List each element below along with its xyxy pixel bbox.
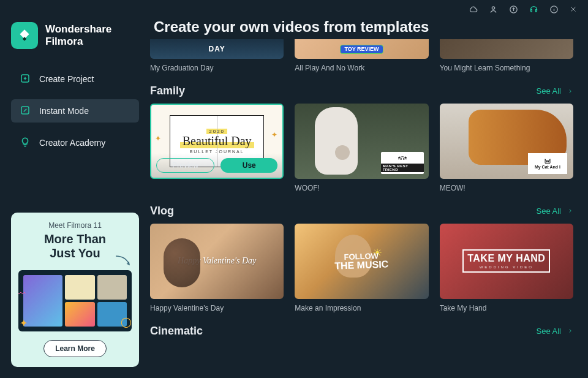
brand-logo — [11, 22, 38, 49]
template-card[interactable]: My Cat And I MEOW! — [440, 104, 573, 192]
info-icon[interactable] — [549, 5, 559, 14]
nav-label: Creator Academy — [39, 138, 105, 148]
svg-point-10 — [548, 161, 549, 162]
bulb-icon — [20, 137, 31, 149]
template-card[interactable]: ✦ ✦ 2020 Beautiful Day BULLET JOURNAL Pr… — [150, 104, 284, 192]
star-doodle-icon: ✦ — [20, 317, 28, 329]
promo-learn-more-button[interactable]: Learn More — [43, 340, 107, 357]
template-card[interactable]: TOY REVIEW All Play And No Work — [295, 39, 428, 72]
template-caption: You Might Learn Something — [440, 64, 573, 72]
template-card[interactable]: You Might Learn Something — [440, 39, 573, 72]
thumb-badge: My Cat And I — [528, 153, 567, 174]
template-caption: My Graduation Day — [150, 64, 284, 72]
svg-marker-4 — [23, 37, 27, 40]
template-caption: Take My Hand — [440, 304, 573, 312]
thumb-overlay: DAY — [209, 45, 225, 53]
template-card[interactable]: MAN'S BEST FRIEND WOOF! — [295, 104, 428, 192]
squiggle-icon: 〰 — [18, 289, 26, 300]
template-caption: Make an Impression — [295, 304, 428, 312]
template-card[interactable]: TAKE MY HAND WEDDING VIDEO Take My Hand — [440, 224, 573, 312]
arrow-doodle-icon — [115, 255, 133, 271]
template-caption: All Play And No Work — [295, 64, 428, 72]
preview-button[interactable]: Preview — [156, 158, 214, 173]
brand: Wondershare Filmora — [11, 22, 139, 49]
nav-creator-academy[interactable]: Creator Academy — [11, 131, 139, 154]
see-all-vlog[interactable]: See All — [537, 206, 573, 216]
template-caption: MEOW! — [440, 184, 573, 192]
brand-line2: Filmora — [45, 36, 111, 48]
brand-line1: Wondershare — [45, 23, 111, 36]
svg-point-9 — [546, 161, 547, 162]
close-icon[interactable] — [570, 6, 577, 13]
thumb-year: 2020 — [206, 129, 227, 134]
dog-icon — [397, 154, 408, 162]
template-caption: WOOF! — [295, 184, 428, 192]
promo-tag: Meet Filmora 11 — [18, 221, 132, 230]
chevron-right-icon — [567, 88, 573, 94]
content: Create your own videos from templates DA… — [150, 18, 588, 378]
see-all-cinematic[interactable]: See All — [537, 327, 573, 336]
titlebar — [0, 0, 588, 18]
svg-point-7 — [401, 159, 402, 160]
template-card[interactable]: DAY My Graduation Day — [150, 39, 284, 72]
upload-icon[interactable] — [509, 5, 518, 14]
nav-label: Instant Mode — [39, 106, 89, 116]
use-button[interactable]: Use — [221, 158, 277, 173]
cat-icon — [543, 157, 552, 165]
circle-doodle-icon: ◯ — [121, 316, 132, 328]
chevron-right-icon — [567, 208, 573, 214]
plus-square-icon — [20, 73, 31, 86]
promo-media: 〰 ✦ ◯ — [18, 270, 132, 331]
template-card[interactable]: Happy Valentine's Day Happy Valentine's … — [150, 224, 284, 312]
cloud-icon[interactable] — [469, 5, 478, 14]
page-title: Create your own videos from templates — [154, 18, 573, 36]
support-icon[interactable] — [529, 5, 538, 14]
template-caption: Happy Valentine's Day — [150, 304, 284, 312]
section-title-family: Family — [150, 85, 185, 97]
nav-create-project[interactable]: Create Project — [11, 67, 139, 91]
thumb-badge: MAN'S BEST FRIEND — [381, 152, 424, 174]
user-icon[interactable] — [489, 5, 498, 14]
thumb-text: FOLLOW THE MUSIC — [334, 251, 389, 271]
section-title-vlog: Vlog — [150, 205, 174, 217]
thumb-title: Beautiful Day — [180, 134, 254, 148]
promo-card: Meet Filmora 11 More ThanJust You 〰 ✦ ◯ … — [11, 213, 139, 367]
svg-point-0 — [492, 6, 494, 9]
thumb-text: TAKE MY HAND WEDDING VIDEO — [462, 249, 550, 273]
section-title-cinematic: Cinematic — [150, 325, 203, 338]
nav-label: Create Project — [39, 74, 94, 84]
chevron-right-icon — [567, 328, 573, 334]
magic-square-icon — [20, 105, 31, 118]
see-all-family[interactable]: See All — [537, 86, 573, 96]
sidebar: Wondershare Filmora Create Project Insta… — [0, 18, 150, 378]
promo-title: More ThanJust You — [18, 232, 132, 260]
template-card[interactable]: ☀ FOLLOW THE MUSIC Make an Impression — [295, 224, 428, 312]
nav-instant-mode[interactable]: Instant Mode — [11, 99, 139, 123]
thumb-overlay: TOY REVIEW — [340, 45, 383, 54]
svg-point-8 — [403, 159, 404, 160]
